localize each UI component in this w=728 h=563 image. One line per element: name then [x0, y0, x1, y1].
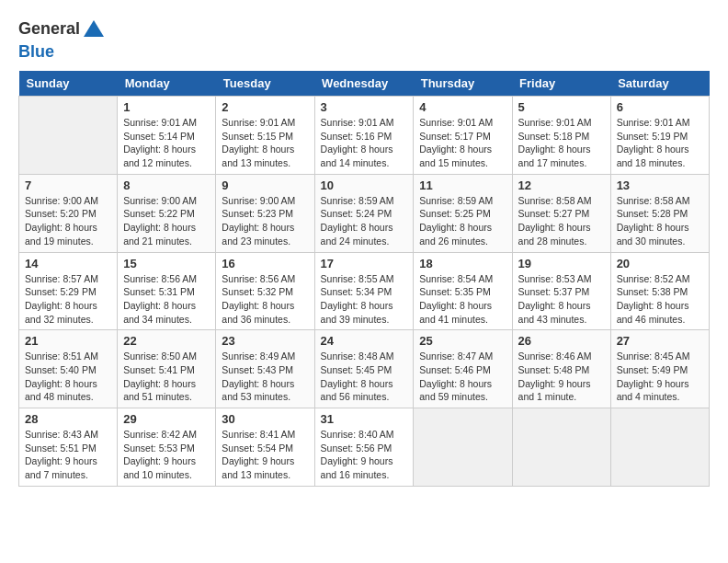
day-number: 17: [321, 257, 408, 270]
calendar-cell: 22Sunrise: 8:50 AMSunset: 5:41 PMDayligh…: [118, 330, 216, 408]
day-number: 15: [123, 257, 210, 270]
calendar-cell: 16Sunrise: 8:56 AMSunset: 5:32 PMDayligh…: [216, 252, 314, 330]
day-number: 19: [518, 257, 605, 270]
calendar-cell: 13Sunrise: 8:58 AMSunset: 5:28 PMDayligh…: [610, 174, 709, 252]
day-number: 8: [123, 178, 210, 192]
calendar-week-row: 7Sunrise: 9:00 AMSunset: 5:20 PMDaylight…: [19, 174, 710, 252]
day-info: Sunrise: 8:45 AMSunset: 5:49 PMDaylight:…: [617, 350, 703, 404]
weekday-header-monday: Monday: [118, 71, 216, 97]
day-number: 20: [617, 257, 703, 270]
day-number: 1: [123, 100, 210, 114]
day-info: Sunrise: 9:01 AMSunset: 5:17 PMDaylight:…: [419, 116, 506, 170]
calendar-cell: 15Sunrise: 8:56 AMSunset: 5:31 PMDayligh…: [118, 252, 216, 330]
calendar-cell: 20Sunrise: 8:52 AMSunset: 5:38 PMDayligh…: [610, 252, 709, 330]
calendar-cell: [414, 408, 512, 487]
day-info: Sunrise: 8:57 AMSunset: 5:29 PMDaylight:…: [25, 272, 111, 327]
logo-icon: [82, 18, 106, 42]
calendar-cell: [512, 408, 610, 487]
day-info: Sunrise: 8:41 AMSunset: 5:54 PMDaylight:…: [222, 428, 308, 482]
calendar-cell: 29Sunrise: 8:42 AMSunset: 5:53 PMDayligh…: [118, 408, 216, 487]
day-number: 10: [321, 178, 408, 192]
calendar-cell: 19Sunrise: 8:53 AMSunset: 5:37 PMDayligh…: [512, 252, 610, 330]
day-info: Sunrise: 8:47 AMSunset: 5:46 PMDaylight:…: [419, 350, 506, 404]
calendar-cell: 18Sunrise: 8:54 AMSunset: 5:35 PMDayligh…: [414, 252, 512, 330]
day-info: Sunrise: 8:46 AMSunset: 5:48 PMDaylight:…: [518, 350, 605, 404]
day-info: Sunrise: 9:00 AMSunset: 5:22 PMDaylight:…: [123, 194, 210, 248]
calendar-cell: 9Sunrise: 9:00 AMSunset: 5:23 PMDaylight…: [216, 174, 314, 252]
day-number: 12: [518, 178, 605, 192]
calendar-cell: [610, 408, 709, 487]
day-info: Sunrise: 8:51 AMSunset: 5:40 PMDaylight:…: [25, 350, 111, 404]
day-number: 27: [617, 334, 703, 348]
day-number: 28: [25, 412, 111, 426]
calendar-cell: 23Sunrise: 8:49 AMSunset: 5:43 PMDayligh…: [216, 330, 314, 408]
weekday-header-sunday: Sunday: [19, 71, 118, 97]
svg-marker-0: [84, 20, 104, 37]
calendar-cell: 17Sunrise: 8:55 AMSunset: 5:34 PMDayligh…: [314, 252, 414, 330]
weekday-header-wednesday: Wednesday: [314, 71, 414, 97]
day-number: 29: [123, 412, 210, 426]
calendar-cell: 7Sunrise: 9:00 AMSunset: 5:20 PMDaylight…: [19, 174, 118, 252]
day-number: 21: [25, 334, 111, 348]
calendar-cell: 28Sunrise: 8:43 AMSunset: 5:51 PMDayligh…: [19, 408, 118, 487]
day-info: Sunrise: 8:55 AMSunset: 5:34 PMDaylight:…: [321, 272, 408, 327]
day-number: 23: [222, 334, 308, 348]
day-number: 3: [321, 100, 408, 114]
day-number: 26: [518, 334, 605, 348]
logo-text: General Blue: [18, 18, 108, 62]
calendar-cell: 8Sunrise: 9:00 AMSunset: 5:22 PMDaylight…: [118, 174, 216, 252]
calendar-cell: 30Sunrise: 8:41 AMSunset: 5:54 PMDayligh…: [216, 408, 314, 487]
day-info: Sunrise: 9:01 AMSunset: 5:16 PMDaylight:…: [321, 116, 408, 170]
day-info: Sunrise: 9:01 AMSunset: 5:19 PMDaylight:…: [617, 116, 703, 170]
calendar-cell: 3Sunrise: 9:01 AMSunset: 5:16 PMDaylight…: [314, 97, 414, 175]
calendar-cell: 5Sunrise: 9:01 AMSunset: 5:18 PMDaylight…: [512, 97, 610, 175]
day-info: Sunrise: 9:01 AMSunset: 5:14 PMDaylight:…: [123, 116, 210, 170]
day-number: 31: [321, 412, 408, 426]
calendar-week-row: 1Sunrise: 9:01 AMSunset: 5:14 PMDaylight…: [19, 97, 710, 175]
weekday-header-saturday: Saturday: [610, 71, 709, 97]
day-number: 24: [321, 334, 408, 348]
calendar-cell: 31Sunrise: 8:40 AMSunset: 5:56 PMDayligh…: [314, 408, 414, 487]
day-info: Sunrise: 8:59 AMSunset: 5:25 PMDaylight:…: [419, 194, 506, 248]
weekday-header-row: SundayMondayTuesdayWednesdayThursdayFrid…: [19, 71, 710, 97]
day-info: Sunrise: 9:01 AMSunset: 5:18 PMDaylight:…: [518, 116, 605, 170]
day-info: Sunrise: 9:00 AMSunset: 5:23 PMDaylight:…: [222, 194, 308, 248]
calendar-week-row: 28Sunrise: 8:43 AMSunset: 5:51 PMDayligh…: [19, 408, 710, 487]
day-number: 25: [419, 334, 506, 348]
day-info: Sunrise: 8:43 AMSunset: 5:51 PMDaylight:…: [25, 428, 111, 482]
day-info: Sunrise: 8:58 AMSunset: 5:27 PMDaylight:…: [518, 194, 605, 248]
logo: General Blue: [18, 18, 108, 62]
day-info: Sunrise: 8:49 AMSunset: 5:43 PMDaylight:…: [222, 350, 308, 404]
day-number: 2: [222, 100, 308, 114]
calendar-cell: 25Sunrise: 8:47 AMSunset: 5:46 PMDayligh…: [414, 330, 512, 408]
calendar-cell: 6Sunrise: 9:01 AMSunset: 5:19 PMDaylight…: [610, 97, 709, 175]
calendar-table: SundayMondayTuesdayWednesdayThursdayFrid…: [18, 71, 710, 487]
calendar-cell: 2Sunrise: 9:01 AMSunset: 5:15 PMDaylight…: [216, 97, 314, 175]
day-number: 18: [419, 257, 506, 270]
day-info: Sunrise: 8:59 AMSunset: 5:24 PMDaylight:…: [321, 194, 408, 248]
day-info: Sunrise: 8:52 AMSunset: 5:38 PMDaylight:…: [617, 272, 703, 327]
day-number: 5: [518, 100, 605, 114]
day-info: Sunrise: 9:01 AMSunset: 5:15 PMDaylight:…: [222, 116, 308, 170]
calendar-cell: 11Sunrise: 8:59 AMSunset: 5:25 PMDayligh…: [414, 174, 512, 252]
logo-blue: Blue: [18, 42, 54, 61]
calendar-week-row: 21Sunrise: 8:51 AMSunset: 5:40 PMDayligh…: [19, 330, 710, 408]
day-number: 9: [222, 178, 308, 192]
weekday-header-tuesday: Tuesday: [216, 71, 314, 97]
day-info: Sunrise: 8:48 AMSunset: 5:45 PMDaylight:…: [321, 350, 408, 404]
calendar-cell: 24Sunrise: 8:48 AMSunset: 5:45 PMDayligh…: [314, 330, 414, 408]
day-info: Sunrise: 8:54 AMSunset: 5:35 PMDaylight:…: [419, 272, 506, 327]
day-number: 22: [123, 334, 210, 348]
calendar-cell: [19, 97, 118, 175]
calendar-cell: 1Sunrise: 9:01 AMSunset: 5:14 PMDaylight…: [118, 97, 216, 175]
calendar-cell: 10Sunrise: 8:59 AMSunset: 5:24 PMDayligh…: [314, 174, 414, 252]
calendar-cell: 21Sunrise: 8:51 AMSunset: 5:40 PMDayligh…: [19, 330, 118, 408]
calendar-cell: 4Sunrise: 9:01 AMSunset: 5:17 PMDaylight…: [414, 97, 512, 175]
day-info: Sunrise: 8:56 AMSunset: 5:31 PMDaylight:…: [123, 272, 210, 327]
day-info: Sunrise: 8:53 AMSunset: 5:37 PMDaylight:…: [518, 272, 605, 327]
weekday-header-friday: Friday: [512, 71, 610, 97]
day-number: 7: [25, 178, 111, 192]
day-info: Sunrise: 8:58 AMSunset: 5:28 PMDaylight:…: [617, 194, 703, 248]
day-info: Sunrise: 8:42 AMSunset: 5:53 PMDaylight:…: [123, 428, 210, 482]
day-number: 30: [222, 412, 308, 426]
